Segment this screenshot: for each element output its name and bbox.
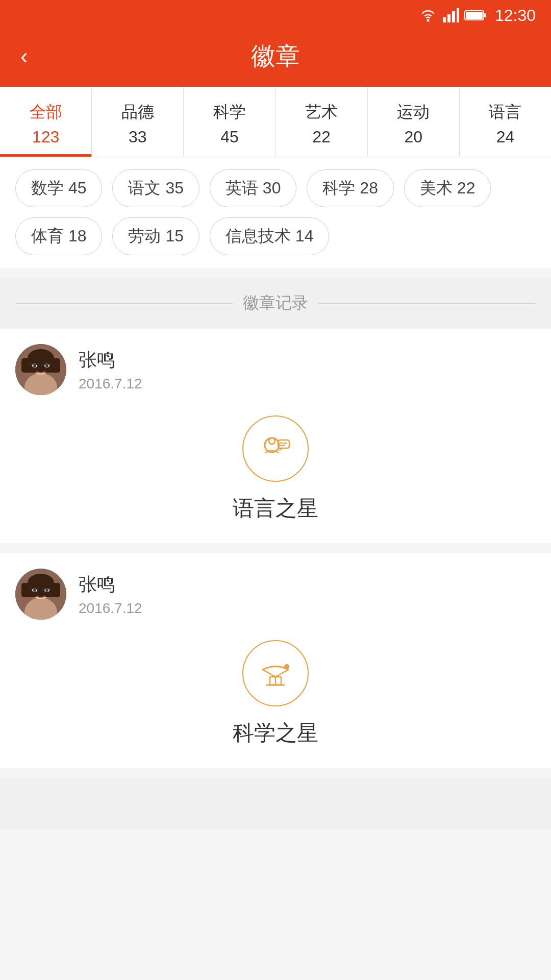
svg-rect-4 — [457, 8, 459, 22]
subject-tag-2[interactable]: 英语 30 — [210, 169, 296, 207]
subject-tag-5[interactable]: 体育 18 — [15, 217, 102, 255]
badge-icon-wrap-1 — [15, 640, 536, 706]
page-title: 徽章 — [251, 40, 300, 72]
svg-line-36 — [43, 589, 51, 589]
subject-tag-6[interactable]: 劳动 15 — [112, 217, 199, 255]
svg-point-33 — [33, 590, 36, 592]
svg-rect-7 — [466, 12, 483, 19]
section-label: 徽章记录 — [243, 292, 308, 314]
category-tab-1[interactable]: 品德 33 — [92, 87, 184, 157]
badge-record-1: 张鸣 2016.7.12 科学之星 — [0, 553, 551, 768]
record-user-1: 张鸣 2016.7.12 — [15, 569, 536, 620]
badge-name-0: 语言之星 — [15, 494, 536, 523]
svg-rect-2 — [447, 14, 450, 22]
badge-name-1: 科学之星 — [15, 719, 536, 747]
user-date-1: 2016.7.12 — [79, 600, 142, 617]
user-info-1: 张鸣 2016.7.12 — [79, 572, 142, 617]
tab-name-1: 品德 — [121, 101, 154, 124]
category-tab-0[interactable]: 全部 123 — [0, 87, 92, 157]
avatar-1 — [15, 569, 66, 620]
svg-point-16 — [33, 365, 36, 368]
section-header: 徽章记录 — [0, 278, 551, 329]
category-tabs: 全部 123 品德 33 科学 45 艺术 22 运动 20 语言 24 — [0, 87, 551, 157]
tab-name-2: 科学 — [213, 101, 246, 124]
category-tab-2[interactable]: 科学 45 — [184, 87, 276, 157]
subject-tags: 数学 45语文 35英语 30科学 28美术 22体育 18劳动 15信息技术 … — [0, 157, 551, 267]
svg-point-21 — [269, 438, 275, 444]
tab-count-5: 24 — [496, 128, 515, 146]
user-date-0: 2016.7.12 — [79, 376, 142, 392]
bottom-bar — [0, 778, 551, 829]
divider-left — [15, 303, 233, 304]
tab-count-2: 45 — [220, 128, 239, 146]
tab-name-0: 全部 — [30, 101, 62, 124]
tab-name-3: 艺术 — [305, 101, 338, 124]
svg-line-35 — [31, 589, 39, 589]
category-tab-4[interactable]: 运动 20 — [368, 87, 460, 157]
subject-tag-0[interactable]: 数学 45 — [15, 169, 102, 207]
subject-tag-4[interactable]: 美术 22 — [404, 169, 491, 207]
svg-point-34 — [45, 590, 48, 592]
svg-point-30 — [28, 574, 54, 592]
tab-count-4: 20 — [404, 128, 422, 146]
user-name-0: 张鸣 — [79, 348, 142, 373]
tab-count-1: 33 — [129, 128, 147, 146]
svg-line-19 — [43, 364, 51, 364]
svg-rect-3 — [452, 11, 455, 22]
svg-line-18 — [31, 364, 39, 364]
tab-count-3: 22 — [312, 128, 331, 146]
battery-icon — [464, 9, 487, 21]
badge-records-list: 张鸣 2016.7.12 语言之星 — [0, 329, 551, 768]
tab-name-4: 运动 — [397, 101, 430, 124]
signal-icon — [443, 8, 459, 22]
svg-rect-6 — [484, 13, 486, 17]
status-bar: 12:30 — [0, 0, 551, 31]
badge-circle-0 — [242, 415, 309, 482]
user-name-1: 张鸣 — [79, 572, 142, 597]
back-button[interactable]: ‹ — [15, 38, 33, 74]
svg-point-13 — [28, 349, 54, 368]
category-tab-3[interactable]: 艺术 22 — [276, 87, 368, 157]
user-info-0: 张鸣 2016.7.12 — [79, 348, 142, 392]
category-tab-5[interactable]: 语言 24 — [460, 87, 551, 157]
badge-icon-wrap-0 — [15, 415, 536, 482]
badge-circle-1 — [242, 640, 309, 706]
divider-right — [318, 303, 536, 304]
status-time: 12:30 — [495, 6, 536, 25]
tab-count-0: 123 — [32, 128, 59, 146]
page-header: ‹ 徽章 — [0, 31, 551, 87]
svg-point-0 — [427, 19, 429, 22]
tab-name-5: 语言 — [489, 101, 521, 124]
wifi-icon — [418, 8, 438, 22]
subject-tag-3[interactable]: 科学 28 — [307, 169, 393, 207]
svg-point-17 — [45, 365, 48, 368]
badge-record-0: 张鸣 2016.7.12 语言之星 — [0, 329, 551, 543]
subject-tag-7[interactable]: 信息技术 14 — [210, 217, 329, 255]
svg-rect-1 — [443, 17, 446, 22]
subject-tag-1[interactable]: 语文 35 — [112, 169, 199, 207]
record-user-0: 张鸣 2016.7.12 — [15, 344, 536, 395]
avatar-0 — [15, 344, 66, 395]
status-icons — [418, 8, 487, 22]
